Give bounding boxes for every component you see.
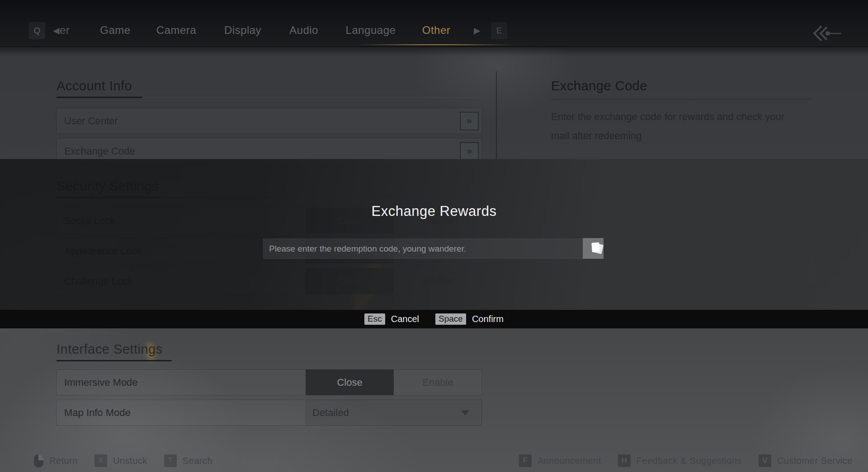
collapse-panel-icon[interactable] [811, 24, 844, 42]
hotkey-return[interactable]: Return [34, 454, 78, 467]
key-t-badge: T [164, 454, 177, 467]
exchange-rewards-dialog [0, 159, 868, 310]
dropdown-value: Detailed [312, 407, 349, 419]
tab-audio[interactable]: Audio [289, 24, 318, 37]
redemption-code-input[interactable] [263, 238, 604, 259]
exchange-code-description: Enter the exchange code for rewards and … [551, 107, 809, 145]
open-user-center-button[interactable]: » [460, 112, 479, 130]
section-underline [551, 99, 811, 99]
key-space-badge: Space [435, 313, 466, 325]
immersive-mode-toggle: Close Enable [306, 369, 482, 395]
key-x-badge: X [94, 454, 107, 467]
row-label: User Center [64, 115, 118, 127]
key-esc-badge: Esc [364, 313, 385, 325]
section-title-account-info: Account Info [57, 79, 132, 93]
hotkey-bar: Return X Unstuck T Search F Announcement… [0, 453, 868, 469]
exchange-code-panel-title: Exchange Code [551, 79, 647, 93]
tab-scroll-left-icon[interactable]: ◀ [53, 25, 60, 36]
confirm-action[interactable]: Space Confirm [435, 313, 504, 325]
cancel-action[interactable]: Esc Cancel [364, 313, 419, 325]
tab-game[interactable]: Game [100, 24, 130, 37]
tab-scroll-right-icon[interactable]: ▶ [474, 25, 481, 36]
hotkey-unstuck[interactable]: X Unstuck [94, 454, 147, 467]
hotkey-group-right: F Announcement H Feedback & Suggestions … [519, 453, 853, 469]
hotkey-label: Search [183, 456, 212, 466]
row-map-info-mode[interactable]: Map Info Mode Detailed [57, 400, 482, 425]
key-v-badge: V [759, 454, 771, 467]
hotkey-e-badge: E [491, 22, 507, 39]
option-enable[interactable]: Enable [394, 369, 482, 395]
key-h-badge: H [618, 454, 631, 467]
hotkey-label: Feedback & Suggestions [637, 456, 742, 466]
key-f-badge: F [519, 454, 532, 467]
tab-display[interactable]: Display [224, 24, 261, 37]
tab-camera[interactable]: Camera [156, 24, 196, 37]
hotkey-customer-service[interactable]: V Customer Service [759, 454, 853, 467]
row-label: Map Info Mode [64, 407, 131, 419]
cancel-label: Cancel [391, 314, 419, 324]
tab-partial[interactable]: er [60, 24, 70, 37]
row-label: Immersive Mode [64, 377, 138, 388]
mouse-right-click-icon [34, 454, 43, 467]
hotkey-label: Return [49, 456, 78, 466]
section-underline [57, 97, 482, 98]
confirm-label: Confirm [472, 314, 504, 324]
section-underline [57, 360, 482, 361]
hotkey-feedback[interactable]: H Feedback & Suggestions [618, 454, 742, 467]
section-title-interface-settings: Interface Settings [57, 342, 163, 357]
hotkey-q-badge: Q [29, 22, 45, 39]
hotkey-announcement[interactable]: F Announcement [519, 454, 601, 467]
hotkey-group-left: Return X Unstuck T Search [34, 453, 212, 469]
chevron-down-icon [461, 410, 469, 415]
tab-other[interactable]: Other [422, 24, 451, 37]
paste-icon [588, 243, 599, 254]
settings-screen: Q ◀ er Game Camera Display Audio Languag… [0, 0, 868, 472]
row-immersive-mode[interactable]: Immersive Mode Close Enable [57, 369, 482, 395]
hotkey-label: Unstuck [113, 456, 147, 466]
nav-drop-shadow [0, 47, 868, 56]
settings-tab-bar: Q ◀ er Game Camera Display Audio Languag… [0, 0, 868, 47]
dialog-footer: Esc Cancel Space Confirm [0, 310, 868, 328]
row-label: Exchange Code [64, 145, 135, 157]
map-info-mode-dropdown[interactable]: Detailed [306, 400, 482, 425]
active-tab-underline [359, 44, 514, 45]
panel-divider [496, 71, 497, 159]
paste-button[interactable] [583, 238, 604, 259]
row-user-center[interactable]: User Center » [57, 108, 482, 134]
hotkey-label: Customer Service [777, 456, 853, 466]
redemption-code-row [263, 238, 604, 259]
option-close[interactable]: Close [306, 369, 394, 395]
tab-language[interactable]: Language [346, 24, 396, 37]
open-exchange-code-button[interactable]: » [460, 142, 479, 160]
hotkey-search[interactable]: T Search [164, 454, 212, 467]
hotkey-label: Announcement [538, 456, 601, 466]
dialog-title: Exchange Rewards [0, 203, 868, 220]
